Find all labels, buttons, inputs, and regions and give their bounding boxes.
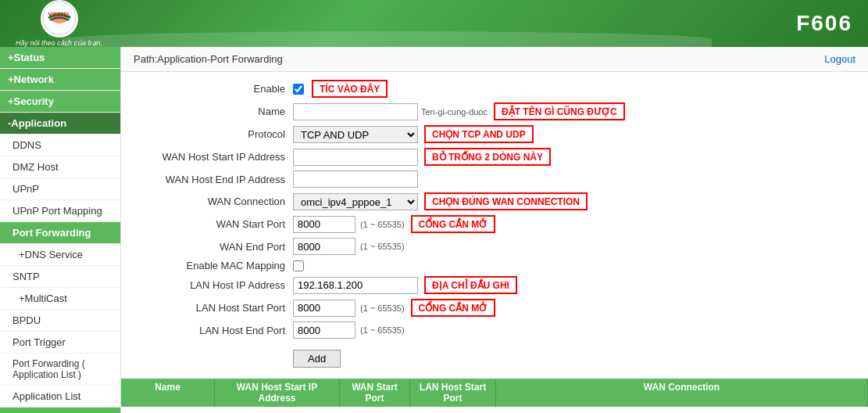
dat-ten-annotation: ĐẶT TÊN GÌ CŨNG ĐƯỢC	[502, 106, 617, 117]
sidebar-item-dmz[interactable]: DMZ Host	[0, 156, 120, 178]
lan-end-port-label: LAN Host End Port	[137, 325, 293, 336]
sidebar-item-app-list-label: Application List	[13, 390, 80, 402]
wan-start-ip-label: WAN Host Start IP Address	[137, 151, 293, 163]
main-layout: +Status +Network +Security -Application …	[0, 47, 868, 413]
sidebar-item-upnp[interactable]: UPnP	[0, 178, 120, 200]
th-name: Name	[121, 379, 215, 407]
sidebar-item-multicast-label: +MultiCast	[19, 293, 67, 304]
th-wan-start-ip: WAN Host Start IP Address	[215, 379, 340, 407]
wan-connection-row: WAN Connection omci_ipv4_pppoe_1 CHỌN ĐÚ…	[137, 192, 852, 210]
wan-end-port-label: WAN End Port	[137, 241, 293, 253]
mac-mapping-label: Enable MAC Mapping	[137, 260, 293, 271]
lan-start-port-row: LAN Host Start Port (1 ~ 65535) CỔNG CẦN…	[137, 299, 852, 317]
dia-chi-annotation: ĐỊA CHỈ ĐẦU GHI	[432, 280, 509, 291]
wan-start-port-hint: (1 ~ 65535)	[360, 220, 405, 229]
wan-start-ip-row: WAN Host Start IP Address BỎ TRỐNG 2 DÒN…	[137, 148, 852, 166]
path-bar: Path:Application-Port Forwarding Logout	[121, 47, 868, 72]
wan-end-port-hint: (1 ~ 65535)	[360, 242, 405, 251]
protocol-select[interactable]: TCP AND UDP	[293, 126, 418, 143]
name-row: Name Ten-gi-cung-duoc ĐẶT TÊN GÌ CŨNG ĐƯ…	[137, 102, 852, 120]
sidebar-item-status-label: +Status	[8, 52, 45, 63]
sidebar-item-dns[interactable]: +DNS Service	[0, 244, 120, 266]
sidebar-item-dns-label: +DNS Service	[19, 249, 83, 260]
sidebar-item-security-label: +Security	[8, 95, 54, 107]
th-wan-connection: WAN Connection	[496, 379, 868, 407]
th-wan-start-port: WAN Start Port	[340, 379, 410, 407]
device-model: F606	[796, 11, 852, 36]
sidebar-item-admin[interactable]: +Administration	[0, 408, 120, 413]
sidebar-item-security[interactable]: +Security	[0, 91, 120, 113]
tic-annotation: TÍC VÀO ĐÂY	[320, 84, 380, 95]
sidebar-item-status[interactable]: +Status	[0, 47, 120, 69]
sidebar-item-pf-app-list[interactable]: Port Forwarding ( Application List )	[0, 354, 120, 386]
lan-end-port-hint: (1 ~ 65535)	[360, 325, 405, 335]
sidebar-item-upnp-port[interactable]: UPnP Port Mapping	[0, 200, 120, 222]
lan-start-port-input[interactable]	[293, 300, 355, 317]
sidebar-item-app-list[interactable]: Application List	[0, 386, 120, 408]
protocol-label: Protocol	[137, 128, 293, 140]
sidebar-item-upnp-label: UPnP	[13, 183, 39, 195]
lan-ip-row: LAN Host IP Address ĐỊA CHỈ ĐẦU GHI	[137, 276, 852, 294]
sidebar-item-multicast[interactable]: +MultiCast	[0, 288, 120, 310]
sidebar-item-network[interactable]: +Network	[0, 69, 120, 91]
wan-end-port-row: WAN End Port (1 ~ 65535)	[137, 238, 852, 255]
logo-circle: VIETTEL	[41, 0, 78, 38]
cong-can-mo-1-annotation: CỔNG CẦN MỞ	[419, 219, 488, 230]
sidebar-item-application-label: -Application	[8, 117, 66, 129]
sidebar-item-port-trigger[interactable]: Port Trigger	[0, 332, 120, 354]
name-input[interactable]	[293, 103, 418, 120]
sidebar-item-bpdu-label: BPDU	[13, 314, 41, 326]
lan-end-port-input[interactable]	[293, 321, 355, 339]
bo-trong-annotation: BỎ TRỐNG 2 DÒNG NÀY	[432, 152, 543, 163]
wan-end-ip-input[interactable]	[293, 171, 418, 188]
sidebar-item-ddns-label: DDNS	[13, 139, 41, 151]
lan-ip-input[interactable]	[293, 277, 418, 294]
protocol-row: Protocol TCP AND UDP CHỌN TCP AND UDP	[137, 125, 852, 143]
table-header-row: Name WAN Host Start IP Address WAN Start…	[121, 379, 868, 407]
name-label: Name	[137, 106, 293, 117]
path-text: Path:Application-Port Forwarding	[134, 53, 283, 65]
wan-end-ip-row: WAN Host End IP Address	[137, 171, 852, 188]
form-area: Enable TÍC VÀO ĐÂY Name Ten-gi-cung-duoc…	[121, 72, 868, 375]
cong-can-mo-2-annotation: CỔNG CẦN MỞ	[419, 303, 488, 314]
mac-mapping-checkbox[interactable]	[293, 260, 304, 271]
chon-tcp-annotation: CHỌN TCP AND UDP	[432, 129, 526, 140]
lan-start-port-hint: (1 ~ 65535)	[360, 303, 405, 313]
table-area: Name WAN Host Start IP Address WAN Start…	[121, 379, 868, 407]
th-lan-start-port: LAN Host Start Port	[410, 379, 496, 407]
lan-ip-label: LAN Host IP Address	[137, 279, 293, 291]
wan-start-port-input[interactable]	[293, 216, 355, 233]
sidebar-item-port-forwarding-label: Port Forwarding	[13, 227, 91, 239]
sidebar-item-sntp-label: SNTP	[13, 271, 40, 282]
enable-label: Enable	[137, 83, 293, 95]
sidebar-item-bpdu[interactable]: BPDU	[0, 310, 120, 332]
sidebar-item-network-label: +Network	[8, 74, 54, 85]
svg-text:VIETTEL: VIETTEL	[48, 12, 71, 17]
header: VIETTEL Hãy nói theo cách của bạn. F606	[0, 0, 868, 47]
sidebar-item-ddns[interactable]: DDNS	[0, 135, 120, 156]
sidebar-item-sntp[interactable]: SNTP	[0, 266, 120, 288]
lan-end-port-row: LAN Host End Port (1 ~ 65535)	[137, 321, 852, 339]
wan-end-ip-label: WAN Host End IP Address	[137, 174, 293, 185]
wan-connection-label: WAN Connection	[137, 196, 293, 207]
sidebar-item-upnp-port-label: UPnP Port Mapping	[13, 205, 102, 217]
sidebar-item-dmz-label: DMZ Host	[13, 161, 59, 173]
wan-start-ip-input[interactable]	[293, 149, 418, 166]
wan-start-port-row: WAN Start Port (1 ~ 65535) CỔNG CẦN MỞ	[137, 215, 852, 233]
logo-text: VIETTEL	[42, 1, 77, 38]
sidebar-item-port-forwarding[interactable]: Port Forwarding	[0, 222, 120, 244]
wan-start-port-label: WAN Start Port	[137, 218, 293, 230]
name-hint: Ten-gi-cung-duoc	[421, 107, 488, 117]
wan-end-port-input[interactable]	[293, 238, 355, 255]
sidebar-item-port-trigger-label: Port Trigger	[13, 336, 66, 348]
logout-link[interactable]: Logout	[824, 53, 855, 65]
mac-mapping-row: Enable MAC Mapping	[137, 260, 852, 271]
add-button[interactable]: Add	[293, 350, 341, 368]
sidebar-item-application[interactable]: -Application	[0, 113, 120, 135]
sidebar: +Status +Network +Security -Application …	[0, 47, 121, 413]
enable-checkbox[interactable]	[293, 84, 304, 95]
content-area: Path:Application-Port Forwarding Logout …	[121, 47, 868, 413]
wan-connection-select[interactable]: omci_ipv4_pppoe_1	[293, 193, 418, 210]
sidebar-item-pf-app-list-label: Port Forwarding ( Application List )	[13, 358, 85, 380]
chon-wan-annotation: CHỌN ĐÚNG WAN CONNECTION	[432, 196, 580, 207]
